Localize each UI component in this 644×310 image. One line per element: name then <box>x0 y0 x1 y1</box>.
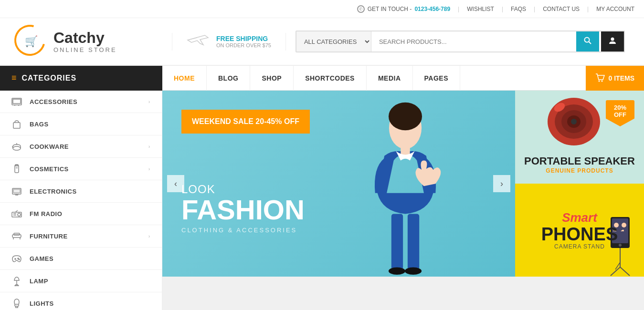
category-select[interactable]: ALL CATEGORIES <box>296 31 371 52</box>
slider-next-button[interactable]: › <box>493 175 510 192</box>
nav-pages[interactable]: PAGES <box>413 66 460 91</box>
electronics-icon <box>11 187 22 196</box>
nav-shortcodes[interactable]: SHORTCODES <box>294 66 367 91</box>
sidebar-item-fmradio[interactable]: FM RADIO <box>0 203 162 225</box>
slider-prev-button[interactable]: ‹ <box>167 175 184 192</box>
user-icon <box>609 37 616 44</box>
cart-icon <box>595 73 605 83</box>
smart-text: Smart <box>541 210 618 225</box>
svg-line-1 <box>589 41 591 44</box>
svg-point-2 <box>611 38 614 41</box>
sidebar-item-cosmetics[interactable]: COSMETICS › <box>0 158 162 180</box>
search-icon <box>584 37 591 44</box>
phone-banner-text: Smart PHONES CAMERA STAND <box>541 210 618 250</box>
off-badge: 20% OFF <box>606 100 634 126</box>
top-bar: ✆ GET IN TOUCH - 0123-456-789 | WISHLIST… <box>0 0 644 18</box>
header-search: ALL CATEGORIES <box>286 31 634 52</box>
games-icon <box>11 254 22 263</box>
content-area: WEEKEND SALE 20-45% OFF LOOK FASHION CLO… <box>162 91 644 310</box>
main-content: ACCESSORIES › BAGS <box>0 91 644 310</box>
woman-svg <box>338 100 472 277</box>
contact-us-link[interactable]: CONTACT US <box>543 6 580 12</box>
get-in-touch-label: GET IN TOUCH - <box>368 6 412 12</box>
nav-shop[interactable]: SHOP <box>250 66 294 91</box>
bags-label: BAGS <box>30 121 49 128</box>
speaker-banner: 20% OFF PORTABLE SPEAKER GENUINE PRODUCT… <box>515 91 644 184</box>
chevron-furniture: › <box>148 233 150 239</box>
separator-4: | <box>587 6 589 12</box>
speaker-subtitle: GENUINE PRODUCTS <box>524 167 635 174</box>
off-badge-label: 20% OFF <box>611 104 630 118</box>
electronics-label: ELECTRONICS <box>30 188 77 195</box>
svg-point-3 <box>598 80 600 82</box>
logo-icon: 🛒 <box>14 25 48 58</box>
bags-icon <box>11 120 22 128</box>
sidebar-item-accessories[interactable]: ACCESSORIES › <box>0 91 162 113</box>
furniture-icon <box>11 232 22 240</box>
phones-text: PHONES <box>541 225 618 243</box>
lights-label: LIGHTS <box>30 300 54 307</box>
svg-rect-20 <box>12 212 21 217</box>
nav-blog[interactable]: BLOG <box>207 66 250 91</box>
search-button[interactable] <box>576 31 599 52</box>
svg-rect-19 <box>13 189 20 193</box>
wishlist-link[interactable]: WISHLIST <box>467 6 494 12</box>
shipping-text: FREE SHIPPING ON ORDER OVER $75 <box>216 35 271 48</box>
logo-title: Catchy <box>53 30 117 45</box>
right-banners: 20% OFF PORTABLE SPEAKER GENUINE PRODUCT… <box>515 91 644 310</box>
separator-2: | <box>502 6 503 12</box>
cart-button[interactable]: 0 ITEMS <box>586 66 644 91</box>
cookware-icon <box>11 142 22 151</box>
user-button[interactable] <box>601 31 624 52</box>
separator-3: | <box>534 6 535 12</box>
accessories-icon <box>11 97 22 106</box>
sidebar-item-cookware[interactable]: COOKWARE › <box>0 135 162 158</box>
sidebar-item-bags[interactable]: BAGS <box>0 113 162 135</box>
lamp-label: LAMP <box>30 278 48 285</box>
cosmetics-label: COSMETICS <box>30 165 69 173</box>
nav-bar: ≡ CATEGORIES HOME BLOG SHOP SHORTCODES M… <box>0 66 644 91</box>
nav-media[interactable]: MEDIA <box>367 66 413 91</box>
separator-1: | <box>458 6 459 12</box>
fashion-sub: CLOTHING & ACCESSORIES <box>181 227 305 234</box>
shipping-sub: ON ORDER OVER $75 <box>216 42 271 48</box>
fmradio-icon <box>11 209 22 218</box>
chevron-accessories: › <box>148 99 150 104</box>
svg-point-48 <box>571 119 577 124</box>
svg-point-28 <box>18 258 19 259</box>
sidebar-item-lamp[interactable]: LAMP <box>0 270 162 292</box>
chevron-cookware: › <box>148 144 150 149</box>
camera-stand: CAMERA STAND <box>541 243 618 250</box>
sidebar-item-furniture[interactable]: FURNITURE › <box>0 225 162 248</box>
svg-point-52 <box>619 244 622 247</box>
categories-label: CATEGORIES <box>22 74 77 83</box>
phone-number[interactable]: 0123-456-789 <box>414 6 450 12</box>
lamp-icon <box>11 277 22 285</box>
slider-background: WEEKEND SALE 20-45% OFF LOOK FASHION CLO… <box>162 91 515 277</box>
nav-home[interactable]: HOME <box>162 66 207 91</box>
woman-figure <box>334 95 477 277</box>
furniture-label: FURNITURE <box>30 233 68 240</box>
my-account-link[interactable]: MY ACCOUNT <box>596 6 634 12</box>
svg-point-21 <box>18 213 21 216</box>
svg-point-58 <box>622 223 626 227</box>
sidebar: ACCESSORIES › BAGS <box>0 91 162 310</box>
phone-icon: ✆ <box>357 5 365 13</box>
faqs-link[interactable]: FAQS <box>511 6 526 12</box>
svg-rect-25 <box>14 233 20 235</box>
svg-rect-6 <box>13 99 21 103</box>
speaker-text: PORTABLE SPEAKER GENUINE PRODUCTS <box>524 155 635 174</box>
svg-line-56 <box>615 262 620 269</box>
sale-badge: WEEKEND SALE 20-45% OFF <box>181 110 310 134</box>
hero-slider: WEEKEND SALE 20-45% OFF LOOK FASHION CLO… <box>162 91 515 277</box>
sidebar-item-lights[interactable]: LIGHTS <box>0 292 162 310</box>
hamburger-icon: ≡ <box>11 73 17 83</box>
cosmetics-icon <box>11 165 22 173</box>
accessories-label: ACCESSORIES <box>30 98 77 105</box>
categories-button[interactable]: ≡ CATEGORIES <box>0 66 162 91</box>
sidebar-item-games[interactable]: GAMES <box>0 248 162 270</box>
svg-line-55 <box>620 267 630 276</box>
sidebar-item-electronics[interactable]: ELECTRONICS <box>0 180 162 203</box>
svg-rect-40 <box>391 214 403 270</box>
search-input[interactable] <box>371 31 576 52</box>
